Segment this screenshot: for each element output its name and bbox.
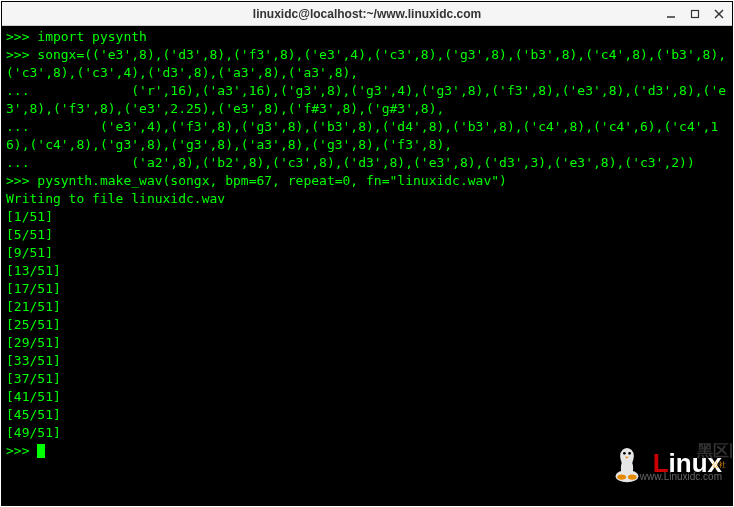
maximize-icon bbox=[690, 9, 700, 19]
terminal-line: ... ('r',16),('a3',16),('g3',8),('g3',4)… bbox=[6, 82, 728, 118]
terminal-line: Writing to file linuxidc.wav bbox=[6, 190, 728, 208]
terminal-line: [33/51] bbox=[6, 352, 728, 370]
maximize-button[interactable] bbox=[688, 7, 702, 21]
terminal-line: >>> pysynth.make_wav(songx, bpm=67, repe… bbox=[6, 172, 728, 190]
window-titlebar: linuxidc@localhost:~/www.linuxidc.com bbox=[2, 2, 732, 26]
svg-rect-1 bbox=[692, 10, 699, 17]
close-button[interactable] bbox=[712, 7, 726, 21]
terminal-line: ... ('e3',4),('f3',8),('g3',8),('b3',8),… bbox=[6, 118, 728, 154]
svg-point-7 bbox=[617, 474, 626, 479]
terminal-line: ... ('a2',8),('b2',8),('c3',8),('d3',8),… bbox=[6, 154, 728, 172]
terminal-line: [37/51] bbox=[6, 370, 728, 388]
minimize-icon bbox=[666, 9, 676, 19]
terminal-line: [41/51] bbox=[6, 388, 728, 406]
terminal-line: >>> songx=(('e3',8),('d3',8),('f3',8),('… bbox=[6, 46, 728, 82]
terminal-prompt: >>> bbox=[6, 443, 37, 458]
svg-point-4 bbox=[615, 470, 638, 482]
terminal-line: >>> import pysynth bbox=[6, 28, 728, 46]
terminal-line: [13/51] bbox=[6, 262, 728, 280]
window-title: linuxidc@localhost:~/www.linuxidc.com bbox=[253, 7, 481, 21]
window-controls bbox=[664, 7, 726, 21]
close-icon bbox=[714, 9, 724, 19]
watermark-url: www.Linuxidc.com bbox=[640, 468, 722, 486]
terminal-line: [17/51] bbox=[6, 280, 728, 298]
terminal-line: [29/51] bbox=[6, 334, 728, 352]
terminal-line: [9/51] bbox=[6, 244, 728, 262]
minimize-button[interactable] bbox=[664, 7, 678, 21]
terminal-window: linuxidc@localhost:~/www.linuxidc.com >>… bbox=[1, 1, 733, 506]
terminal-line: [5/51] bbox=[6, 226, 728, 244]
terminal-line: [21/51] bbox=[6, 298, 728, 316]
terminal-line: [1/51] bbox=[6, 208, 728, 226]
terminal-line: [25/51] bbox=[6, 316, 728, 334]
svg-point-8 bbox=[628, 474, 637, 479]
terminal-line: [45/51] bbox=[6, 406, 728, 424]
cursor bbox=[37, 444, 45, 458]
terminal-line: [49/51] bbox=[6, 424, 728, 442]
terminal-body[interactable]: >>> import pysynth >>> songx=(('e3',8),(… bbox=[2, 26, 732, 505]
terminal-line: >>> bbox=[6, 442, 728, 460]
